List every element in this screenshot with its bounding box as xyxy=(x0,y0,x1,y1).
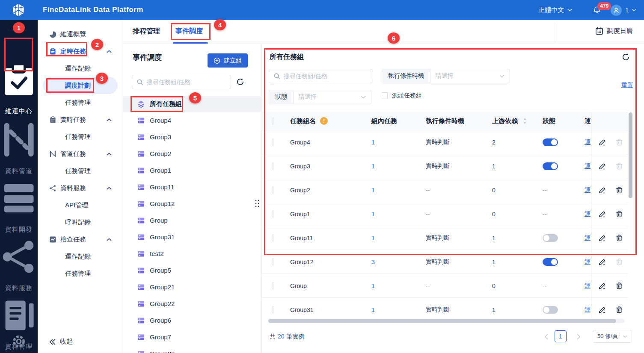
row-checkbox[interactable] xyxy=(273,138,273,146)
menu-item-task-management[interactable]: 任務管理 xyxy=(38,265,123,282)
status-toggle-on[interactable] xyxy=(543,138,558,146)
page-size-select[interactable]: 50 條/頁 xyxy=(593,330,632,343)
status-toggle-on[interactable] xyxy=(543,258,558,266)
user-avatar[interactable] xyxy=(611,5,622,16)
horizontal-scrollbar[interactable] xyxy=(268,319,616,323)
menu-item-task-management[interactable]: 任務管理 xyxy=(38,94,123,111)
menu-item-task-management[interactable]: 任務管理 xyxy=(38,162,123,179)
tree-root-all-task-groups[interactable]: 所有任務組 xyxy=(123,96,261,112)
tree-item[interactable]: Group23 xyxy=(123,345,261,353)
run-records-link[interactable]: 運 xyxy=(585,186,591,194)
language-selector[interactable]: 正體中文 xyxy=(538,6,572,14)
refresh-icon[interactable] xyxy=(622,53,630,61)
reset-filters-link[interactable]: 重置 xyxy=(621,82,633,89)
menu-item-api-management[interactable]: API管理 xyxy=(38,197,123,214)
delete-icon[interactable] xyxy=(615,186,623,194)
vertical-scrollbar[interactable] xyxy=(629,112,632,198)
sidebar-item-data-development[interactable]: 資料開發 xyxy=(0,179,38,234)
tree-item[interactable]: Group xyxy=(123,212,261,229)
tasks-count-link[interactable]: 1 xyxy=(371,163,375,170)
menu-item-pipeline-tasks[interactable]: 管道任務 xyxy=(38,145,123,162)
tasks-count-link[interactable]: 1 xyxy=(371,282,375,289)
delete-icon[interactable] xyxy=(615,210,623,218)
row-checkbox[interactable] xyxy=(273,282,273,290)
tasks-count-link[interactable]: 1 xyxy=(371,139,375,146)
tree-item[interactable]: Group22 xyxy=(123,295,261,312)
row-checkbox[interactable] xyxy=(273,186,273,194)
status-toggle-on[interactable] xyxy=(543,162,558,170)
menu-item-inspection-tasks[interactable]: 檢查任務 xyxy=(38,231,123,248)
schedule-calendar-button[interactable]: 調度日曆 xyxy=(595,27,633,35)
edit-icon[interactable] xyxy=(598,282,606,290)
edit-icon[interactable] xyxy=(598,210,606,218)
select-all-checkbox[interactable] xyxy=(273,117,273,125)
menu-item-realtime-tasks[interactable]: 實時任務 xyxy=(38,111,123,128)
tasks-count-link[interactable]: 3 xyxy=(371,259,375,265)
edit-icon[interactable] xyxy=(598,306,606,314)
edit-icon[interactable] xyxy=(598,138,606,146)
table-search-input[interactable] xyxy=(284,73,368,79)
row-checkbox[interactable] xyxy=(273,258,273,266)
chevron-down-icon[interactable] xyxy=(632,9,636,12)
tree-item[interactable]: Group4 xyxy=(123,112,261,129)
delete-icon[interactable] xyxy=(615,282,623,290)
row-checkbox[interactable] xyxy=(273,162,273,170)
run-records-link[interactable]: 運 xyxy=(585,162,591,170)
tree-item[interactable]: Group12 xyxy=(123,195,261,212)
tree-search-input[interactable] xyxy=(147,79,226,85)
refresh-icon[interactable] xyxy=(236,78,244,86)
menu-item-scheduled-tasks[interactable]: 定時任務 xyxy=(38,43,123,60)
status-toggle-off[interactable] xyxy=(543,306,558,314)
tree-item[interactable]: Group5 xyxy=(123,262,261,279)
previous-page-button[interactable] xyxy=(544,334,548,340)
status-filter-select[interactable]: 狀態 請選擇 xyxy=(269,90,371,104)
timing-filter-select[interactable]: 執行條件時機 請選擇 xyxy=(382,69,510,83)
tab-event-scheduling[interactable]: 事件調度 xyxy=(175,27,203,36)
create-group-button[interactable]: 建立組 xyxy=(208,53,248,68)
row-checkbox[interactable] xyxy=(273,210,273,218)
delete-icon[interactable] xyxy=(615,306,623,314)
tree-item[interactable]: test2 xyxy=(123,245,261,262)
menu-item-run-records[interactable]: 運作記錄 xyxy=(38,60,123,77)
sidebar-item-ops-center[interactable]: 維運中心 xyxy=(0,61,38,115)
tasks-count-link[interactable]: 1 xyxy=(371,211,375,218)
menu-item-task-management[interactable]: 任務管理 xyxy=(38,128,123,145)
run-records-link[interactable]: 運 xyxy=(585,258,591,266)
row-checkbox[interactable] xyxy=(273,234,273,242)
tree-item[interactable]: Group31 xyxy=(123,229,261,245)
edit-icon[interactable] xyxy=(598,162,606,170)
run-records-link[interactable]: 運 xyxy=(585,138,591,146)
menu-item-ops-overview[interactable]: 維運概覽 xyxy=(38,26,123,43)
tree-item[interactable]: Group21 xyxy=(123,279,261,295)
menu-item-data-service[interactable]: 資料服務 xyxy=(38,179,123,197)
sidebar-item-data-pipeline[interactable]: 資料管道 xyxy=(0,121,38,175)
notifications-button[interactable]: 479 xyxy=(593,6,601,15)
tree-item[interactable]: Group1 xyxy=(123,162,261,179)
tasks-count-link[interactable]: 1 xyxy=(371,306,375,313)
edit-icon[interactable] xyxy=(598,186,606,194)
menu-item-call-records[interactable]: 呼叫記錄 xyxy=(38,214,123,231)
next-page-button[interactable] xyxy=(577,334,581,340)
menu-item-schedule-plan[interactable]: 調度計劃 xyxy=(43,77,118,94)
run-records-link[interactable]: 運 xyxy=(585,234,591,242)
menu-item-run-records[interactable]: 運作記錄 xyxy=(38,248,123,265)
tree-item[interactable]: Group11 xyxy=(123,179,261,195)
status-toggle-off[interactable] xyxy=(543,234,558,242)
tab-schedule-management[interactable]: 排程管理 xyxy=(133,27,160,36)
source-group-checkbox[interactable]: 源頭任務組 xyxy=(381,92,422,100)
edit-icon[interactable] xyxy=(598,258,606,266)
tasks-count-link[interactable]: 1 xyxy=(371,187,375,194)
run-records-link[interactable]: 運 xyxy=(585,210,591,218)
tasks-count-link[interactable]: 1 xyxy=(371,235,375,241)
run-records-link[interactable]: 運 xyxy=(585,306,591,314)
tree-item[interactable]: Group2 xyxy=(123,145,261,162)
gear-icon[interactable] xyxy=(12,335,26,348)
edit-icon[interactable] xyxy=(598,234,606,242)
run-records-link[interactable]: 運 xyxy=(585,282,591,290)
collapse-sidebar-button[interactable]: 收起 xyxy=(49,338,73,346)
tree-item[interactable]: Group3 xyxy=(123,129,261,145)
tree-item[interactable]: Group6 xyxy=(123,312,261,329)
sort-arrows-icon[interactable] xyxy=(523,118,527,124)
tree-item[interactable]: Group7 xyxy=(123,329,261,345)
delete-icon[interactable] xyxy=(615,234,623,242)
